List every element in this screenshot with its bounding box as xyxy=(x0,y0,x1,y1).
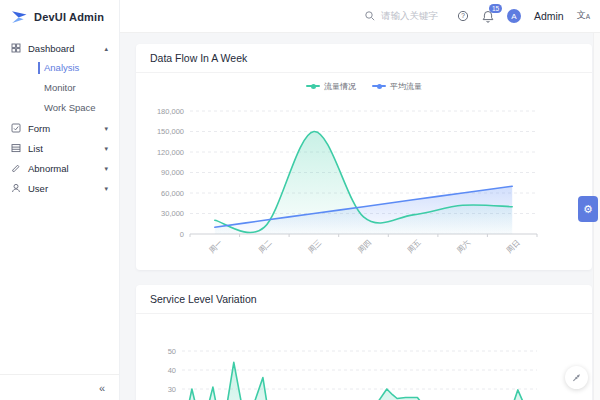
chevron-down-icon: ▾ xyxy=(104,125,108,132)
legend-marker-blue xyxy=(372,85,386,87)
legend-item-traffic[interactable]: 流量情况 xyxy=(306,81,356,92)
sidebar-item-analysis[interactable]: Analysis xyxy=(0,58,119,78)
card-title: Data Flow In A Week xyxy=(136,44,592,73)
sidebar-item-workspace[interactable]: Work Space xyxy=(0,98,119,118)
svg-text:30,000: 30,000 xyxy=(161,209,184,218)
dashboard-submenu: Analysis Monitor Work Space xyxy=(0,58,119,118)
search-icon xyxy=(364,10,376,22)
logo[interactable]: DevUI Admin xyxy=(0,0,119,32)
customize-button[interactable] xyxy=(565,366,588,389)
svg-text:30: 30 xyxy=(168,385,176,394)
notification-badge: 15 xyxy=(489,4,502,13)
sidebar-footer: « xyxy=(0,374,119,400)
sidebar-item-list[interactable]: List ▾ xyxy=(0,138,119,158)
search-input[interactable]: 请输入关键字 xyxy=(364,0,438,32)
header-actions: ? 15 A Admin 文A xyxy=(457,0,590,32)
data-flow-card: Data Flow In A Week 流量情况 平均流量 030,00060,… xyxy=(136,44,592,270)
svg-text:180,000: 180,000 xyxy=(157,107,184,116)
svg-text:周一: 周一 xyxy=(207,238,224,255)
sidebar-item-dashboard[interactable]: Dashboard ▴ xyxy=(0,38,119,58)
gear-icon: ⚙ xyxy=(583,203,593,216)
chevron-down-icon: ▾ xyxy=(104,185,108,192)
svg-text:?: ? xyxy=(461,12,465,19)
sidebar: DevUI Admin Dashboard ▴ Analysis Monitor… xyxy=(0,0,120,400)
legend-item-average[interactable]: 平均流量 xyxy=(372,81,422,92)
chevron-down-icon: ▾ xyxy=(104,145,108,152)
user-icon xyxy=(11,183,21,193)
sidebar-nav: Dashboard ▴ Analysis Monitor Work Space … xyxy=(0,32,119,198)
service-level-card: Service Level Variation 504030 xyxy=(136,285,592,400)
devui-logo-icon xyxy=(10,8,28,26)
svg-text:150,000: 150,000 xyxy=(157,127,184,136)
chart-legend: 流量情况 平均流量 xyxy=(136,73,592,99)
sidebar-item-user[interactable]: User ▾ xyxy=(0,178,119,198)
svg-text:120,000: 120,000 xyxy=(157,148,184,157)
pencil-icon xyxy=(11,163,21,173)
sidebar-item-monitor[interactable]: Monitor xyxy=(0,78,119,98)
search-placeholder: 请输入关键字 xyxy=(381,10,438,23)
sidebar-item-form[interactable]: Form ▾ xyxy=(0,118,119,138)
data-flow-chart: 030,00060,00090,000120,000150,000180,000… xyxy=(136,99,592,271)
user-name[interactable]: Admin xyxy=(534,10,564,22)
chevron-up-icon: ▴ xyxy=(104,45,108,52)
svg-text:周四: 周四 xyxy=(356,238,373,255)
dashboard-icon xyxy=(11,43,21,53)
avatar[interactable]: A xyxy=(507,9,521,23)
help-icon[interactable]: ? xyxy=(457,10,469,22)
form-icon xyxy=(11,123,21,133)
header: 请输入关键字 ? 15 A Admin 文A xyxy=(120,0,600,33)
svg-text:90,000: 90,000 xyxy=(161,168,184,177)
translate-icon[interactable]: 文A xyxy=(577,11,590,21)
sidebar-item-abnormal[interactable]: Abnormal ▾ xyxy=(0,158,119,178)
list-icon xyxy=(11,143,21,153)
svg-text:50: 50 xyxy=(168,347,176,356)
collapse-sidebar-button[interactable]: « xyxy=(99,382,105,394)
svg-text:周日: 周日 xyxy=(505,238,522,255)
chevron-down-icon: ▾ xyxy=(104,165,108,172)
legend-marker-green xyxy=(306,85,320,87)
svg-text:0: 0 xyxy=(180,230,184,239)
app-title: DevUI Admin xyxy=(34,11,104,23)
svg-text:周六: 周六 xyxy=(455,238,472,255)
svg-text:周三: 周三 xyxy=(306,238,323,255)
theme-settings-button[interactable]: ⚙ xyxy=(578,196,598,222)
svg-text:周二: 周二 xyxy=(257,238,274,255)
svg-text:60,000: 60,000 xyxy=(161,189,184,198)
brush-icon xyxy=(571,372,582,383)
notifications-button[interactable]: 15 xyxy=(482,10,494,23)
service-level-chart: 504030 xyxy=(136,314,592,400)
card-title: Service Level Variation xyxy=(136,285,592,314)
svg-text:周五: 周五 xyxy=(406,238,423,255)
main-content: Data Flow In A Week 流量情况 平均流量 030,00060,… xyxy=(120,32,600,400)
svg-text:40: 40 xyxy=(168,366,176,375)
